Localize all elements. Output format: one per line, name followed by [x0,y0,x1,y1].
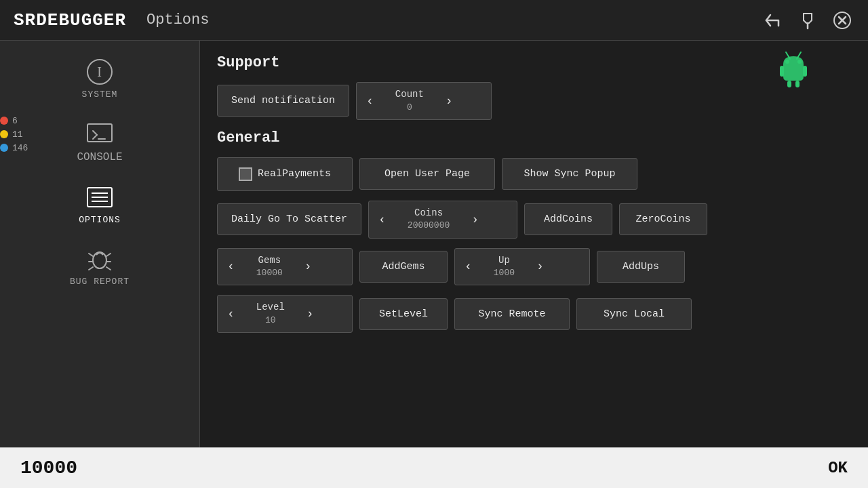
add-coins-button[interactable]: AddCoins [524,203,612,235]
level-decrement-button[interactable]: ‹ [218,298,244,330]
console-badges: 6 11 146 [14,116,41,155]
up-label: Up [498,254,510,268]
gems-label: Gems [258,254,281,268]
pin-button[interactable] [795,8,820,33]
up-counter: ‹ Up 1000 › [454,248,590,286]
coins-counter: ‹ Coins 20000000 › [368,201,517,239]
count-label: Count [395,88,424,102]
close-icon [833,11,852,30]
general-row-1: RealPayments Open User Page Show Sync Po… [217,157,851,191]
sidebar-item-console[interactable]: 6 11 146 [0,109,199,173]
svg-line-17 [106,253,111,256]
sidebar-item-options-label: OPTIONS [79,215,121,225]
main-container: i SYSTEM 6 11 14 [0,41,868,447]
send-notification-button[interactable]: Send notification [217,85,349,117]
level-increment-button[interactable]: › [297,298,323,330]
badge-blue-dot [0,144,8,152]
add-ups-button[interactable]: AddUps [597,251,685,283]
sidebar-item-system-label: SYSTEM [82,89,118,100]
badge-blue-row: 146 [0,143,28,153]
badge-red-count: 6 [12,116,18,126]
badge-red-row: 6 [0,116,28,126]
back-button[interactable] [761,8,785,33]
level-counter: ‹ Level 10 › [217,295,353,333]
svg-line-20 [89,267,93,270]
system-icon: i [85,57,115,87]
open-user-page-button[interactable]: Open User Page [359,158,495,190]
real-payments-button[interactable]: RealPayments [217,157,353,191]
badge-yellow-dot [0,130,8,138]
header-bar: SRDEBUGGER Options [0,0,868,41]
svg-line-21 [106,267,111,270]
svg-rect-27 [795,81,800,87]
count-decrement-button[interactable]: ‹ [357,85,383,117]
coins-value: 20000000 [408,220,450,232]
real-payments-checkbox [239,167,252,181]
coins-label-container: Coins 20000000 [395,201,462,238]
general-section-title: General [217,129,851,146]
close-button[interactable] [830,8,854,33]
gems-decrement-button[interactable]: ‹ [218,250,244,283]
options-icon [85,182,115,212]
sidebar-item-bug-report-label: BUG REPORT [70,277,130,287]
gems-increment-button[interactable]: › [295,250,321,283]
svg-rect-25 [803,66,807,77]
daily-go-to-scatter-button[interactable]: Daily Go To Scatter [217,203,361,235]
badge-red-dot [0,117,8,125]
coins-decrement-button[interactable]: ‹ [369,203,395,236]
gems-counter: ‹ Gems 10000 › [217,248,353,286]
count-increment-button[interactable]: › [436,85,462,117]
bottom-value: 10000 [20,458,77,479]
console-icon [85,119,115,148]
ok-button[interactable]: OK [828,459,848,477]
svg-line-16 [89,253,93,256]
coins-increment-button[interactable]: › [462,203,488,236]
game-icon [776,51,810,92]
svg-rect-26 [787,81,791,87]
level-value: 10 [265,314,276,327]
svg-text:i: i [97,64,102,79]
level-label: Level [256,301,285,314]
badge-yellow-row: 11 [0,129,28,140]
count-label-container: Count 0 [383,83,436,119]
bottom-bar: 10000 OK [0,447,868,488]
sidebar-item-console-label: CONSOLE [77,151,122,163]
pin-icon [798,11,817,30]
back-icon [764,11,783,30]
content-wrapper: Support Send notification ‹ Count 0 › Ge… [217,54,851,333]
count-value: 0 [407,102,412,114]
sync-local-button[interactable]: Sync Local [576,298,692,330]
svg-line-9 [93,135,97,139]
sidebar-item-options[interactable]: OPTIONS [0,173,199,235]
content-area: Support Send notification ‹ Count 0 › Ge… [200,41,868,447]
gems-label-container: Gems 10000 [244,249,295,285]
support-section-title: Support [217,54,851,71]
bug-icon [85,244,115,274]
up-label-container: Up 1000 [481,249,527,285]
zero-coins-button[interactable]: ZeroCoins [619,203,707,235]
show-sync-popup-button[interactable]: Show Sync Popup [502,158,637,190]
general-row-4: ‹ Level 10 › SetLevel Sync Remote Sync L… [217,295,851,333]
badge-yellow-count: 11 [12,129,23,140]
up-value: 1000 [494,267,515,279]
logo-debugger: DEBUGGER [36,10,126,30]
logo-sr: SR [14,10,36,30]
general-row-2: Daily Go To Scatter ‹ Coins 20000000 › A… [217,201,851,239]
svg-point-15 [93,252,106,268]
up-increment-button[interactable]: › [527,250,553,283]
general-row-3: ‹ Gems 10000 › AddGems ‹ Up 1000 [217,248,851,286]
level-label-container: Level 10 [244,296,297,332]
set-level-button[interactable]: SetLevel [359,298,448,330]
header-icons [761,8,854,33]
svg-line-8 [93,131,97,135]
sidebar-item-bug-report[interactable]: BUG REPORT [0,235,199,296]
add-gems-button[interactable]: AddGems [359,251,448,283]
svg-rect-24 [780,66,784,77]
sync-remote-button[interactable]: Sync Remote [454,298,570,330]
badge-blue-count: 146 [12,143,28,153]
up-decrement-button[interactable]: ‹ [455,250,481,283]
sidebar-item-system[interactable]: i SYSTEM [0,47,199,109]
logo: SRDEBUGGER [14,10,126,30]
support-button-row: Send notification ‹ Count 0 › [217,82,851,120]
coins-label: Coins [414,207,443,220]
